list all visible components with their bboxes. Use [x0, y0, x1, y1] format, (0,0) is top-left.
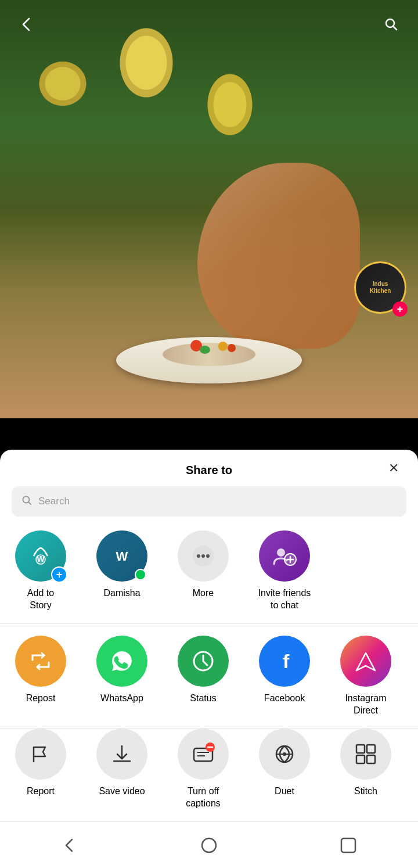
creator-name: IndusKitchen — [370, 281, 391, 295]
repost-label: Repost — [26, 693, 56, 705]
search-bar[interactable]: Search — [12, 486, 406, 517]
instagram-direct-label: InstagramDirect — [345, 693, 386, 717]
svg-rect-23 — [356, 755, 365, 763]
nav-back-button[interactable] — [46, 828, 93, 863]
add-story-plus-icon: + — [51, 566, 67, 583]
add-to-story-label: Add toStory — [27, 587, 54, 612]
report-action-item[interactable]: Report — [0, 729, 81, 810]
add-to-story-item[interactable]: W + Add toStory — [0, 530, 81, 612]
captions-icon — [178, 729, 229, 780]
share-sheet: Share to ✕ Search W + — [0, 450, 418, 868]
svg-text:f: f — [283, 650, 290, 672]
svg-rect-21 — [356, 745, 365, 753]
bottom-nav — [0, 822, 418, 868]
nav-recents-button[interactable] — [325, 828, 372, 863]
report-label: Report — [27, 785, 55, 798]
svg-point-7 — [201, 554, 205, 558]
stitch-label: Stitch — [354, 785, 377, 798]
whatsapp-app-item[interactable]: WhatsApp — [81, 636, 163, 717]
damisha-item[interactable]: W Damisha — [81, 530, 163, 612]
whatsapp-label: WhatsApp — [100, 693, 143, 705]
stitch-action-item[interactable]: Stitch — [325, 729, 406, 810]
more-action-item[interactable]: C... — [406, 729, 418, 810]
actions-row: Report Save video — [0, 729, 418, 822]
stitch-icon — [340, 729, 391, 780]
food-plate — [116, 337, 302, 383]
back-button[interactable] — [14, 12, 39, 37]
status-label: Status — [190, 693, 216, 705]
svg-text:W: W — [116, 549, 128, 564]
whatsapp-icon — [96, 636, 147, 687]
top-bar — [0, 0, 418, 49]
invite-friends-item[interactable]: Invite friendsto chat — [244, 530, 325, 612]
instagram-direct-app-item[interactable]: InstagramDirect — [325, 636, 406, 717]
search-placeholder: Search — [38, 496, 70, 507]
more-item[interactable]: More — [163, 530, 244, 612]
more-label: More — [193, 587, 214, 600]
status-icon — [178, 636, 229, 687]
add-to-story-avatar: W + — [15, 530, 66, 582]
svg-point-6 — [197, 554, 200, 558]
svg-point-20 — [283, 752, 286, 756]
duet-label: Duet — [275, 785, 294, 798]
invite-friends-label: Invite friendsto chat — [258, 587, 311, 612]
svg-rect-29 — [341, 838, 355, 852]
online-indicator — [135, 569, 146, 580]
svg-text:W: W — [37, 554, 45, 564]
save-video-icon — [96, 729, 147, 780]
repost-icon — [15, 636, 66, 687]
save-video-action-item[interactable]: Save video — [81, 729, 163, 810]
status-app-item[interactable]: Status — [163, 636, 244, 717]
captions-label: Turn offcaptions — [186, 785, 221, 810]
friends-row: W + Add toStory W Damisha — [0, 526, 418, 623]
instagram-direct-icon — [340, 636, 391, 687]
captions-action-item[interactable]: Turn offcaptions — [163, 729, 244, 810]
video-area: IndusKitchen + — [0, 0, 418, 418]
creator-follow-button[interactable]: + — [392, 302, 408, 317]
search-button[interactable] — [379, 12, 404, 37]
close-button[interactable]: ✕ — [383, 458, 404, 479]
svg-point-9 — [277, 548, 285, 557]
share-title: Share to — [186, 464, 232, 477]
more-avatar — [178, 530, 229, 582]
svg-rect-24 — [367, 755, 375, 763]
nav-home-button[interactable] — [186, 828, 232, 863]
invite-avatar — [259, 530, 310, 582]
facebook-app-item[interactable]: f Facebook — [244, 636, 325, 717]
facebook-label: Facebook — [264, 693, 305, 705]
report-icon — [15, 729, 66, 780]
share-header: Share to ✕ — [0, 450, 418, 486]
svg-rect-22 — [367, 745, 375, 753]
duet-icon — [259, 729, 310, 780]
repost-app-item[interactable]: Repost — [0, 636, 81, 717]
facebook-icon: f — [259, 636, 310, 687]
apps-row: Repost WhatsApp Status — [0, 624, 418, 729]
duet-action-item[interactable]: Duet — [244, 729, 325, 810]
copy-link-app-item[interactable]: Co... — [406, 636, 418, 717]
svg-point-8 — [206, 554, 210, 558]
save-video-label: Save video — [99, 785, 145, 798]
damisha-label: Damisha — [103, 587, 140, 600]
search-bar-icon — [21, 494, 33, 509]
search-area: Search — [0, 486, 418, 526]
damisha-avatar: W — [96, 530, 147, 582]
svg-point-28 — [202, 838, 216, 852]
